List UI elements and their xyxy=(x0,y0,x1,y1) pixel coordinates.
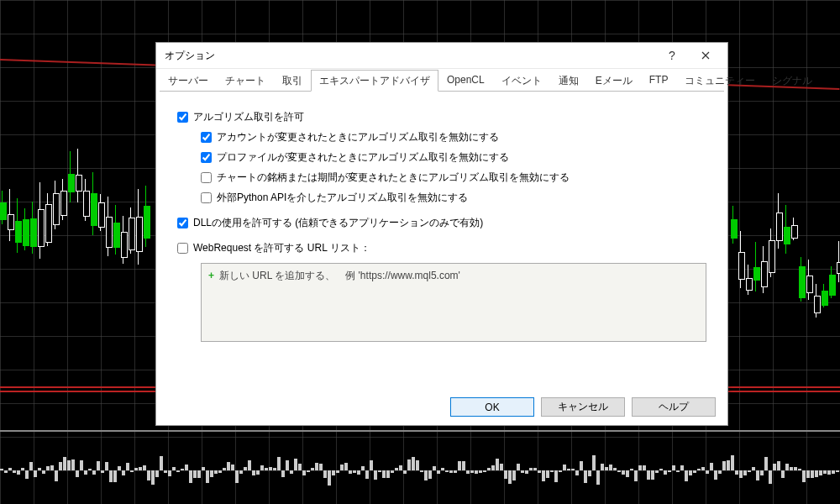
checkbox-disable-python-api[interactable]: 外部Python APIを介したアルゴリズム取引を無効にする xyxy=(201,187,706,207)
checkbox-input[interactable] xyxy=(201,172,212,183)
checkbox-allow-dll[interactable]: DLLの使用を許可する (信頼できるアプリケーションのみで有効) xyxy=(177,213,706,233)
panel-separator xyxy=(0,430,840,432)
close-icon xyxy=(701,51,710,60)
tab-3[interactable]: エキスパートアドバイザ xyxy=(311,70,438,92)
checkbox-label: プロファイルが変更されたときにアルゴリズム取引を無効にする xyxy=(217,150,509,165)
checkbox-input[interactable] xyxy=(201,152,212,163)
dialog-title: オプション xyxy=(165,49,655,63)
oscillator-area xyxy=(0,437,840,500)
checkbox-disable-on-profile-change[interactable]: プロファイルが変更されたときにアルゴリズム取引を無効にする xyxy=(201,147,706,167)
tab-5[interactable]: イベント xyxy=(493,70,550,92)
tab-content-expert-advisors: アルゴリズム取引を許可 アカウントが変更されたときにアルゴリズム取引を無効にする… xyxy=(156,92,727,350)
checkbox-allow-algo-trading[interactable]: アルゴリズム取引を許可 xyxy=(177,107,706,127)
checkbox-disable-on-account-change[interactable]: アカウントが変更されたときにアルゴリズム取引を無効にする xyxy=(201,127,706,147)
checkbox-label: アルゴリズム取引を許可 xyxy=(193,110,304,124)
checkbox-input[interactable] xyxy=(201,132,212,143)
checkbox-allow-webrequest[interactable]: WebRequest を許可する URL リスト： xyxy=(177,238,706,258)
cancel-button[interactable]: キャンセル xyxy=(541,397,625,417)
tab-4[interactable]: OpenCL xyxy=(438,70,493,92)
tab-7[interactable]: Eメール xyxy=(587,70,641,92)
checkbox-input[interactable] xyxy=(177,112,188,123)
tab-bar: サーバーチャート取引エキスパートアドバイザOpenCLイベント通知EメールFTP… xyxy=(156,69,727,91)
tab-2[interactable]: 取引 xyxy=(274,70,311,92)
help-button[interactable]: ヘルプ xyxy=(632,397,716,417)
tab-0[interactable]: サーバー xyxy=(160,70,217,92)
tab-9[interactable]: コミュニティー xyxy=(676,70,764,92)
checkbox-label: チャートの銘柄または期間が変更されたときにアルゴリズム取引を無効にする xyxy=(217,171,570,185)
url-list-box[interactable]: +新しい URL を追加する、 例 'https://www.mql5.com' xyxy=(201,263,706,342)
checkbox-disable-on-chart-change[interactable]: チャートの銘柄または期間が変更されたときにアルゴリズム取引を無効にする xyxy=(201,167,706,187)
checkbox-label: アカウントが変更されたときにアルゴリズム取引を無効にする xyxy=(217,130,499,144)
close-button[interactable] xyxy=(689,44,722,67)
checkbox-input[interactable] xyxy=(201,192,212,203)
url-placeholder-text: 新しい URL を追加する、 例 'https://www.mql5.com' xyxy=(219,270,460,281)
ok-button[interactable]: OK xyxy=(450,397,534,417)
options-dialog: オプション ? サーバーチャート取引エキスパートアドバイザOpenCLイベント通… xyxy=(155,42,728,426)
dialog-button-bar: OK キャンセル ヘルプ xyxy=(450,397,716,417)
help-button[interactable]: ? xyxy=(655,44,689,67)
tab-8[interactable]: FTP xyxy=(641,70,677,92)
checkbox-label: DLLの使用を許可する (信頼できるアプリケーションのみで有効) xyxy=(193,216,483,230)
tab-10[interactable]: シグナル xyxy=(764,70,821,92)
plus-icon: + xyxy=(208,270,214,281)
checkbox-label: 外部Python APIを介したアルゴリズム取引を無効にする xyxy=(217,191,468,205)
dialog-titlebar: オプション ? xyxy=(156,43,727,69)
checkbox-input[interactable] xyxy=(177,243,188,254)
tab-1[interactable]: チャート xyxy=(217,70,274,92)
checkbox-input[interactable] xyxy=(177,218,188,228)
checkbox-label: WebRequest を許可する URL リスト： xyxy=(193,241,370,255)
tab-6[interactable]: 通知 xyxy=(550,70,587,92)
